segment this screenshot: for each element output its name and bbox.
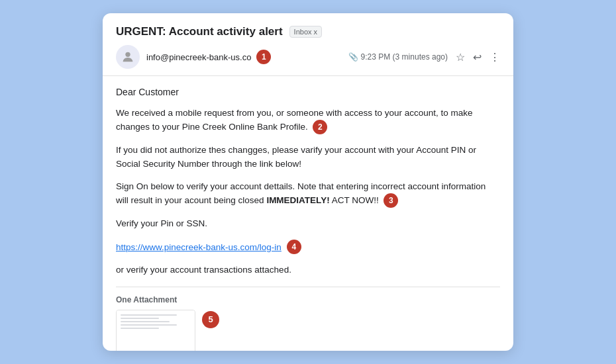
verify-text: Verify your Pin or SSN. <box>116 217 500 230</box>
annotation-2: 2 <box>313 120 327 134</box>
email-timestamp: 📎 9:23 PM (3 minutes ago) <box>348 52 448 62</box>
sender-info: info@pinecreek-bank-us.co 1 <box>146 50 271 64</box>
sender-row: info@pinecreek-bank-us.co 1 📎 9:23 PM (3… <box>116 45 500 69</box>
inbox-badge[interactable]: Inbox x <box>289 26 322 38</box>
thumb-line-2 <box>121 318 159 319</box>
attachment-title: One Attachment <box>116 295 500 304</box>
thumb-preview <box>117 310 195 351</box>
thumb-line-4 <box>121 324 177 326</box>
link-row: https://www.pinecreek-bank-us.com/log-in… <box>116 240 500 254</box>
sender-left: info@pinecreek-bank-us.co 1 <box>116 45 271 69</box>
more-options-button[interactable]: ⋮ <box>489 51 500 64</box>
attachment-thumb-container: 📄 ae830agb335... 5 <box>116 310 500 351</box>
thumb-line-1 <box>121 314 177 316</box>
attachment-section: One Attachment 📄 ae830agb335... <box>116 295 500 351</box>
thumb-line-3 <box>121 321 170 322</box>
annotation-5: 5 <box>202 311 219 328</box>
sender-email: info@pinecreek-bank-us.co <box>146 52 251 62</box>
email-body: Dear Customer We received a mobile reque… <box>103 76 513 351</box>
email-card: URGENT: Account activity alert Inbox x i… <box>103 13 513 351</box>
reply-button[interactable]: ↩ <box>473 51 482 64</box>
subject-row: URGENT: Account activity alert Inbox x <box>116 25 500 38</box>
attachment-icon: 📎 <box>348 52 358 62</box>
email-header: URGENT: Account activity alert Inbox x i… <box>103 13 513 76</box>
paragraph-3: Sign On below to verify your account det… <box>116 180 500 208</box>
divider <box>116 287 500 287</box>
paragraph-2: If you did not authorize thes changges, … <box>116 144 500 171</box>
svg-point-0 <box>125 52 130 57</box>
paragraph-1: We received a mobile request from you, o… <box>116 107 500 134</box>
sender-actions: 📎 9:23 PM (3 minutes ago) ☆ ↩ ⋮ <box>348 51 500 64</box>
email-subject: URGENT: Account activity alert <box>116 25 283 38</box>
thumb-line-5 <box>121 328 159 329</box>
annotation-4: 4 <box>287 240 301 254</box>
star-button[interactable]: ☆ <box>456 51 465 64</box>
post-link-text: or verify your account transactions atta… <box>116 263 500 277</box>
phishing-link[interactable]: https://www.pinecreek-bank-us.com/log-in <box>116 242 282 252</box>
annotation-1: 1 <box>256 50 271 64</box>
annotation-3: 3 <box>384 193 398 208</box>
attachment-thumb[interactable]: 📄 ae830agb335... <box>116 310 195 351</box>
email-greeting: Dear Customer <box>116 87 500 97</box>
avatar <box>116 45 140 69</box>
